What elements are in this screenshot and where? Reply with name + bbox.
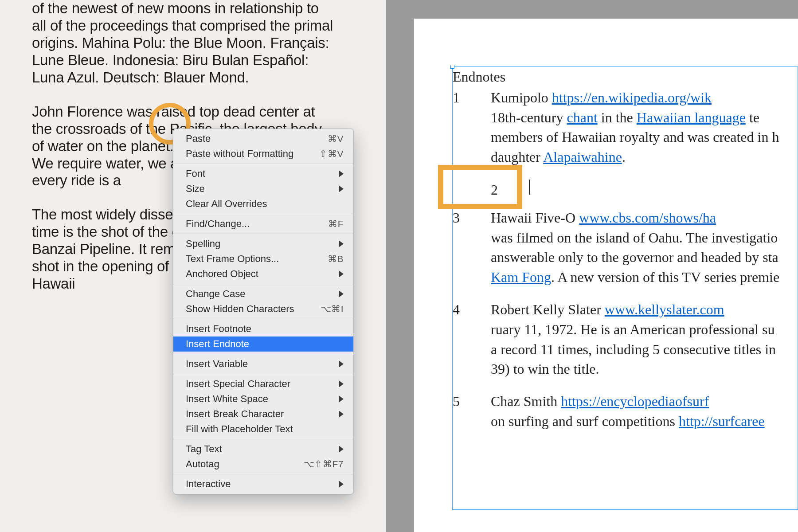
menu-item-label: Size xyxy=(186,183,205,195)
endnote-3-link-kamfong[interactable]: Kam Fong xyxy=(491,269,551,285)
menu-separator xyxy=(173,374,353,374)
endnote-1-link-wikipedia[interactable]: https://en.wikipedia.org/wik xyxy=(552,90,712,106)
endnote-5-number: 5 xyxy=(453,391,491,411)
menu-item-label: Insert Special Character xyxy=(186,378,290,390)
endnote-4-number: 4 xyxy=(453,300,491,320)
menu-separator xyxy=(173,234,353,234)
endnote-1-link-alapaiwahine[interactable]: Alapaiwahine xyxy=(543,149,622,165)
menu-item-label: Insert Break Character xyxy=(186,408,284,420)
menu-item-paste-without-formatting[interactable]: Paste without Formatting⇧⌘V xyxy=(173,146,353,161)
menu-item-change-case[interactable]: Change Case xyxy=(173,286,353,301)
menu-separator xyxy=(173,284,353,284)
endnote-3[interactable]: 3Hawaii Five-O www.cbs.com/shows/ha was … xyxy=(453,208,798,287)
menu-item-spelling[interactable]: Spelling xyxy=(173,236,353,251)
menu-item-label: Paste without Formatting xyxy=(186,148,293,160)
endnote-2[interactable]: 2 xyxy=(453,180,798,200)
endnote-1[interactable]: 1Kumipolo https://en.wikipedia.org/wik 1… xyxy=(453,88,798,167)
menu-item-insert-footnote[interactable]: Insert Footnote xyxy=(173,321,353,336)
pasteboard: Endnotes 1Kumipolo https://en.wikipedia.… xyxy=(386,0,798,532)
endnote-1-link-hawaiian-language[interactable]: Hawaiian language xyxy=(637,110,746,125)
menu-item-clear-all-overrides[interactable]: Clear All Overrides xyxy=(173,196,353,211)
menu-shortcut: ⌘B xyxy=(328,254,344,264)
endnote-2-number: 2 xyxy=(491,180,529,200)
endnote-5[interactable]: 5Chaz Smith https://encyclopediaofsurf o… xyxy=(453,391,798,431)
menu-item-label: Tag Text xyxy=(186,443,222,455)
menu-item-label: Change Case xyxy=(186,288,246,300)
context-menu[interactable]: Paste⌘VPaste without Formatting⇧⌘VFontSi… xyxy=(173,129,354,494)
endnote-1-number: 1 xyxy=(453,88,491,108)
menu-item-label: Paste xyxy=(186,133,211,145)
endnote-3-number: 3 xyxy=(453,208,491,228)
chevron-right-icon xyxy=(339,290,344,297)
menu-shortcut: ⇧⌘V xyxy=(319,149,344,159)
menu-item-label: Insert Footnote xyxy=(186,323,251,335)
body-paragraph-1[interactable]: of the newest of new moons in relationsh… xyxy=(32,0,333,86)
menu-item-label: Interactive xyxy=(186,478,231,490)
menu-item-label: Insert Variable xyxy=(186,358,248,370)
menu-shortcut: ⌘F xyxy=(328,219,344,229)
chevron-right-icon xyxy=(339,185,344,192)
endnotes-heading: Endnotes xyxy=(453,67,798,87)
text-cursor-icon xyxy=(529,180,530,195)
menu-item-fill-with-placeholder-text[interactable]: Fill with Placeholder Text xyxy=(173,422,353,437)
menu-item-show-hidden-characters[interactable]: Show Hidden Characters⌥⌘I xyxy=(173,301,353,317)
menu-item-autotag[interactable]: Autotag⌥⇧⌘F7 xyxy=(173,457,353,472)
menu-separator xyxy=(173,439,353,439)
endnote-5-link-surfcareer[interactable]: http://surfcaree xyxy=(679,413,765,429)
menu-separator xyxy=(173,354,353,354)
endnote-3-link-cbs[interactable]: www.cbs.com/shows/ha xyxy=(579,210,716,226)
frame-handle-top-left[interactable] xyxy=(450,65,454,69)
chevron-right-icon xyxy=(339,270,344,278)
menu-item-label: Clear All Overrides xyxy=(186,198,267,210)
chevron-right-icon xyxy=(339,240,344,247)
menu-item-find-change[interactable]: Find/Change...⌘F xyxy=(173,216,353,231)
menu-shortcut: ⌥⇧⌘F7 xyxy=(304,459,344,469)
endnote-5-link-encyclopedia[interactable]: https://encyclopediaofsurf xyxy=(561,393,709,409)
menu-item-label: Insert Endnote xyxy=(186,338,249,350)
chevron-right-icon xyxy=(339,170,344,177)
menu-item-label: Font xyxy=(186,168,205,180)
menu-item-label: Fill with Placeholder Text xyxy=(186,423,293,435)
menu-separator xyxy=(173,319,353,319)
endnote-1-link-chant[interactable]: chant xyxy=(567,110,598,125)
endnotes-text-frame[interactable]: Endnotes 1Kumipolo https://en.wikipedia.… xyxy=(452,66,798,510)
endnotes-page: Endnotes 1Kumipolo https://en.wikipedia.… xyxy=(414,19,798,532)
menu-item-label: Anchored Object xyxy=(186,268,258,280)
endnote-4-link-kellyslater[interactable]: www.kellyslater.com xyxy=(605,301,724,317)
menu-shortcut: ⌘V xyxy=(328,133,344,144)
chevron-right-icon xyxy=(339,360,344,368)
menu-item-paste[interactable]: Paste⌘V xyxy=(173,131,353,146)
chevron-right-icon xyxy=(339,380,344,387)
menu-separator xyxy=(173,474,353,474)
menu-item-insert-break-character[interactable]: Insert Break Character xyxy=(173,407,353,422)
menu-item-label: Find/Change... xyxy=(186,218,250,230)
menu-item-label: Spelling xyxy=(186,238,220,250)
menu-item-insert-white-space[interactable]: Insert White Space xyxy=(173,391,353,407)
chevron-right-icon xyxy=(339,481,344,488)
menu-item-label: Show Hidden Characters xyxy=(186,303,294,315)
menu-item-label: Autotag xyxy=(186,458,219,470)
endnote-4[interactable]: 4Robert Kelly Slater www.kellyslater.com… xyxy=(453,300,798,379)
chevron-right-icon xyxy=(339,411,344,418)
menu-item-text-frame-options[interactable]: Text Frame Options...⌘B xyxy=(173,251,353,266)
menu-item-anchored-object[interactable]: Anchored Object xyxy=(173,266,353,282)
menu-separator xyxy=(173,214,353,214)
menu-shortcut: ⌥⌘I xyxy=(321,304,344,314)
menu-item-label: Insert White Space xyxy=(186,393,268,405)
menu-item-font[interactable]: Font xyxy=(173,166,353,181)
menu-separator xyxy=(173,164,353,164)
menu-item-insert-endnote[interactable]: Insert Endnote xyxy=(173,336,353,352)
menu-item-insert-special-character[interactable]: Insert Special Character xyxy=(173,376,353,391)
chevron-right-icon xyxy=(339,446,344,453)
menu-item-tag-text[interactable]: Tag Text xyxy=(173,442,353,457)
menu-item-size[interactable]: Size xyxy=(173,181,353,196)
menu-item-insert-variable[interactable]: Insert Variable xyxy=(173,356,353,372)
menu-item-interactive[interactable]: Interactive xyxy=(173,477,353,492)
chevron-right-icon xyxy=(339,395,344,403)
menu-item-label: Text Frame Options... xyxy=(186,253,279,265)
